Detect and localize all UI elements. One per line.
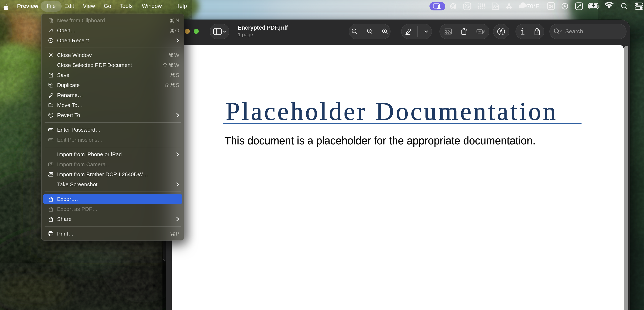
svg-text:1: 1 bbox=[368, 29, 370, 33]
svg-text:PDF: PDF bbox=[492, 4, 498, 8]
svg-text:24: 24 bbox=[549, 4, 554, 9]
